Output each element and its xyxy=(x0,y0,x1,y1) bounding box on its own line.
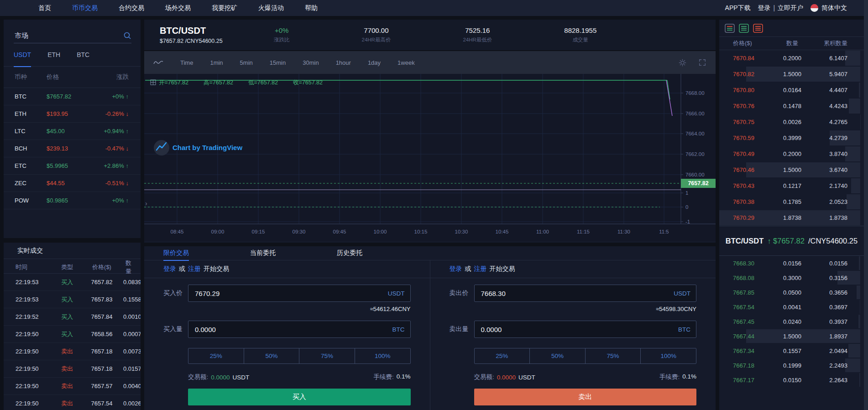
orderbook-header: 价格($)数量累积数量 xyxy=(719,36,864,50)
buy-button[interactable]: 买入 xyxy=(188,389,411,405)
sell-percent-75[interactable]: 75% xyxy=(585,348,641,363)
market-row[interactable]: ETH$193.95-0.26% ↓ xyxy=(4,105,141,123)
tab-order-history[interactable]: 历史委托 xyxy=(337,246,362,261)
buy-price-unit: USDT xyxy=(388,290,405,297)
register-link[interactable]: 立即开户 xyxy=(778,4,803,11)
tradingview-text: Chart by TradingView xyxy=(173,144,242,151)
market-tab-btc[interactable]: BTC xyxy=(77,43,89,67)
buy-amount-input[interactable] xyxy=(194,325,392,334)
sell-price-input[interactable] xyxy=(480,289,674,298)
bid-row[interactable]: 7667.441.50001.8937 xyxy=(719,329,864,343)
login-link[interactable]: 登录 xyxy=(450,265,462,273)
register-link[interactable]: 注册 xyxy=(188,265,201,273)
exchange-app: 首页 币币交易 合约交易 场外交易 我要挖矿 火爆活动 帮助 APP下载 登录 … xyxy=(0,0,868,410)
ask-row[interactable]: 7670.821.50005.9407 xyxy=(719,66,864,82)
bid-row[interactable]: 7668.300.01560.0156 xyxy=(719,256,864,270)
bid-row[interactable]: 7667.170.01502.2643 xyxy=(719,373,864,387)
settings-gear-icon[interactable] xyxy=(679,59,686,67)
ask-row[interactable]: 7670.840.20006.1407 xyxy=(719,50,864,66)
orderbook-asks: 7670.840.20006.1407 7670.821.50005.9407 … xyxy=(719,50,864,226)
interval-30min[interactable]: 30min xyxy=(303,59,319,66)
buy-price-input[interactable] xyxy=(194,289,388,298)
collapse-sidebar-chevron[interactable]: › xyxy=(145,200,147,207)
buy-price-field[interactable]: USDT xyxy=(188,285,411,302)
interval-5min[interactable]: 5min xyxy=(240,59,253,66)
market-row[interactable]: BTC$7657.82+0% ↑ xyxy=(4,88,141,105)
buy-amount-field[interactable]: BTC xyxy=(188,321,411,338)
divider: | xyxy=(773,4,775,11)
nav-item-spot-trade[interactable]: 币币交易 xyxy=(72,4,98,12)
ask-row[interactable]: 7670.430.12172.1740 xyxy=(719,178,864,194)
buy-percent-50[interactable]: 50% xyxy=(244,348,299,363)
nav-item-home[interactable]: 首页 xyxy=(38,4,51,12)
interval-1min[interactable]: 1min xyxy=(210,59,223,66)
bid-row[interactable]: 7667.450.02400.3937 xyxy=(719,314,864,329)
bid-row[interactable]: 7667.850.05000.3656 xyxy=(719,285,864,300)
market-row[interactable]: ETC$5.9965+2.86% ↑ xyxy=(4,157,141,175)
ohlc-close: 收=7657.82 xyxy=(293,79,323,86)
market-row[interactable]: LTC$45.00+0.94% ↑ xyxy=(4,123,141,140)
nav-item-contract-trade[interactable]: 合约交易 xyxy=(119,4,144,12)
orderbook-both-icon[interactable] xyxy=(725,24,735,33)
app-download-link[interactable]: APP下载 xyxy=(725,4,751,12)
login-link[interactable]: 登录 xyxy=(163,265,176,273)
nav-item-otc-trade[interactable]: 场外交易 xyxy=(165,4,191,12)
ask-row[interactable]: 7670.800.01644.4407 xyxy=(719,82,864,98)
buy-percent-75[interactable]: 75% xyxy=(299,348,355,363)
sell-percent-25[interactable]: 25% xyxy=(475,348,530,363)
orderbook-asks-icon[interactable] xyxy=(753,24,763,33)
orderbook-bids-icon[interactable] xyxy=(739,24,749,33)
bid-row[interactable]: 7667.540.00410.3697 xyxy=(719,300,864,314)
ask-row[interactable]: 7670.380.17852.0523 xyxy=(719,194,864,210)
language-selector[interactable]: 简体中文 xyxy=(810,4,847,12)
line-chart-icon[interactable] xyxy=(153,59,163,66)
tab-limit-trade[interactable]: 限价交易 xyxy=(163,246,189,261)
buy-percent-100[interactable]: 100% xyxy=(355,348,410,363)
sell-button[interactable]: 卖出 xyxy=(474,389,697,405)
market-row[interactable]: BCH$239.13-0.47% ↓ xyxy=(4,140,141,157)
buy-percent-25[interactable]: 25% xyxy=(188,348,244,363)
sell-amount-input[interactable] xyxy=(480,325,679,334)
login-link[interactable]: 登录 xyxy=(758,4,771,11)
market-tab-eth[interactable]: ETH xyxy=(47,43,60,67)
market-search-input[interactable] xyxy=(14,31,123,40)
fullscreen-icon[interactable] xyxy=(698,58,706,67)
ask-row[interactable]: 7670.490.20003.8740 xyxy=(719,146,864,162)
ask-row[interactable]: 7670.590.39994.2739 xyxy=(719,130,864,146)
search-icon[interactable] xyxy=(123,31,131,40)
chart-panel: BTC/USDT $7657.82 /CNY54600.25 +0%涨跌比 77… xyxy=(144,20,716,243)
language-label: 简体中文 xyxy=(821,4,847,12)
nav-item-mining[interactable]: 我要挖矿 xyxy=(212,4,237,12)
tradingview-attribution[interactable]: Chart by TradingView xyxy=(154,140,242,156)
bid-row[interactable]: 7667.340.15572.0494 xyxy=(719,343,864,358)
register-link[interactable]: 注册 xyxy=(474,265,487,273)
market-tab-usdt[interactable]: USDT xyxy=(14,43,31,67)
svg-text:1: 1 xyxy=(685,190,688,196)
interval-time[interactable]: Time xyxy=(180,59,193,66)
ask-row[interactable]: 7670.760.14784.4243 xyxy=(719,98,864,114)
svg-text:09:30: 09:30 xyxy=(293,229,306,234)
sell-percent-100[interactable]: 100% xyxy=(640,348,696,363)
interval-1day[interactable]: 1day xyxy=(368,59,381,66)
sell-amount-field[interactable]: BTC xyxy=(474,321,697,338)
interval-15min[interactable]: 15min xyxy=(270,59,286,66)
nav-item-help[interactable]: 帮助 xyxy=(305,4,318,12)
page-scrollbar[interactable] xyxy=(864,0,868,410)
interval-1week[interactable]: 1week xyxy=(397,59,415,66)
ask-row[interactable]: 7670.750.00264.2765 xyxy=(719,114,864,130)
sell-price-field[interactable]: USDT xyxy=(474,285,697,302)
tab-open-orders[interactable]: 当前委托 xyxy=(250,246,276,261)
ask-row[interactable]: 7670.461.50003.6740 xyxy=(719,162,864,178)
sell-percent-bar: 25% 50% 75% 100% xyxy=(474,348,697,364)
nav-item-activity[interactable]: 火爆活动 xyxy=(258,4,284,12)
sell-totals-row: 交易额: 0.0000 USDT 手续费:0.1% xyxy=(474,373,697,381)
market-row[interactable]: ZEC$44.55-0.51% ↓ xyxy=(4,175,141,192)
interval-1hour[interactable]: 1hour xyxy=(336,59,351,66)
sell-cny-estimate: ≈54598.30CNY xyxy=(474,306,697,312)
sell-percent-50[interactable]: 50% xyxy=(529,348,585,363)
ask-row[interactable]: 7670.291.87381.8738 xyxy=(719,210,864,226)
bid-row[interactable]: 7668.080.30000.3156 xyxy=(719,270,864,285)
ohlc-high: 高=7657.82 xyxy=(204,79,233,86)
market-row[interactable]: POW$0.9865+0% ↑ xyxy=(4,192,141,209)
bid-row[interactable]: 7667.180.19992.2493 xyxy=(719,358,864,373)
